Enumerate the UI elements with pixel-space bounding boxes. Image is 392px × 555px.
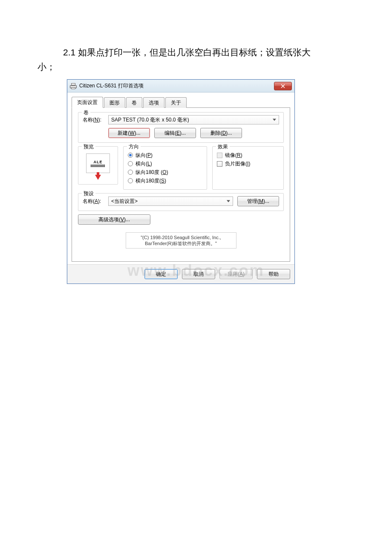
copyright-box: "(C) 1998-2010 Seagull Scientific, Inc.,…	[126, 232, 236, 249]
barcode-icon	[91, 165, 105, 167]
instruction-line2: 小；	[37, 62, 55, 72]
radio-landscape[interactable]: 横向(L)	[128, 159, 202, 168]
advanced-options-button[interactable]: 高级选项(V)...	[78, 214, 150, 225]
apply-button[interactable]: 应用(A)	[219, 269, 253, 279]
help-button[interactable]: 帮助	[257, 269, 290, 279]
close-button[interactable]	[274, 82, 292, 90]
tab-options[interactable]: 选项	[143, 97, 164, 108]
checkbox-negative[interactable]: 负片图像(I)	[217, 159, 279, 168]
down-arrow-icon	[95, 175, 101, 180]
copyright-line1: "(C) 1998-2010 Seagull Scientific, Inc.,	[129, 234, 233, 240]
chevron-down-icon	[273, 119, 276, 121]
roll-group: 卷 名称(N): SAP TEST (70.0 毫米 x 50.0 毫米) 新建…	[78, 112, 284, 143]
close-icon	[281, 84, 285, 88]
dialog-title: Citizen CL-S631 打印首选项	[79, 82, 274, 90]
cancel-label: 取消	[193, 271, 204, 278]
radio-icon	[128, 178, 133, 183]
effects-group: 效果 镜像(R) 负片图像(I)	[212, 146, 284, 190]
preset-name-label: 名称(A):	[83, 198, 108, 205]
ok-label: 确定	[156, 271, 166, 278]
tab-graphics[interactable]: 图形	[104, 97, 125, 108]
preview-legend: 预览	[82, 143, 95, 150]
new-button[interactable]: 新建(W)...	[108, 128, 150, 138]
help-label: 帮助	[268, 271, 279, 278]
tab-about[interactable]: 关于	[165, 97, 187, 108]
printer-icon	[70, 83, 77, 89]
radio-landscape-180[interactable]: 横向180度(S)	[128, 176, 202, 185]
radio-portrait[interactable]: 纵向(P)	[128, 151, 202, 159]
roll-name-select[interactable]: SAP TEST (70.0 毫米 x 50.0 毫米)	[108, 115, 279, 124]
tab-page-setup[interactable]: 页面设置	[72, 97, 103, 108]
copyright-line2: BarTender(R)标签软件的开发商。"	[129, 240, 233, 246]
roll-name-label: 名称(N):	[83, 116, 108, 124]
preset-select[interactable]: <当前设置>	[108, 197, 233, 206]
preset-value: <当前设置>	[111, 198, 138, 205]
instruction-text: 2.1 如果点打印一张，但是出几张空白再出目标纸；设置纸张大 小；	[37, 45, 361, 74]
page-setup-panel: 卷 名称(N): SAP TEST (70.0 毫米 x 50.0 毫米) 新建…	[72, 108, 290, 262]
tab-label: 选项	[149, 100, 159, 106]
preview-thumbnail: ALE	[86, 153, 110, 173]
roll-name-value: SAP TEST (70.0 毫米 x 50.0 毫米)	[111, 116, 189, 124]
roll-legend: 卷	[82, 109, 90, 116]
tab-label: 图形	[110, 100, 120, 106]
radio-icon	[128, 153, 133, 158]
radio-icon	[128, 170, 133, 175]
tab-area: 页面设置 图形 卷 选项 关于 卷 名称(N): SAP TEST (70.0 …	[67, 92, 294, 264]
preset-group: 预设 名称(A): <当前设置> 管理(M)...	[78, 193, 284, 211]
checkbox-icon	[217, 161, 222, 167]
dialog-footer: 确定 取消 应用(A) 帮助	[67, 264, 294, 283]
direction-group: 方向 纵向(P) 横向(L) 纵向180度 (O) 横向180度(S)	[123, 146, 207, 190]
titlebar: Citizen CL-S631 打印首选项	[67, 80, 294, 92]
checkbox-icon	[217, 153, 222, 158]
direction-legend: 方向	[127, 143, 141, 150]
tab-label: 关于	[171, 100, 181, 106]
delete-button[interactable]: 删除(D)...	[200, 128, 242, 138]
effects-legend: 效果	[216, 143, 230, 150]
preview-sample-text: ALE	[94, 160, 103, 164]
ok-button[interactable]: 确定	[144, 269, 178, 279]
manage-button[interactable]: 管理(M)...	[237, 196, 279, 206]
cancel-button[interactable]: 取消	[182, 269, 215, 279]
radio-portrait-180[interactable]: 纵向180度 (O)	[128, 168, 202, 176]
tab-label: 卷	[132, 100, 137, 106]
preset-legend: 预设	[82, 190, 95, 197]
tab-label: 页面设置	[77, 99, 98, 105]
radio-icon	[128, 161, 133, 166]
edit-button[interactable]: 编辑(E)...	[154, 128, 196, 138]
tab-roll[interactable]: 卷	[126, 97, 142, 108]
checkbox-mirror[interactable]: 镜像(R)	[217, 151, 279, 159]
chevron-down-icon	[227, 200, 230, 202]
tab-strip: 页面设置 图形 卷 选项 关于	[72, 97, 290, 108]
instruction-line1: 2.1 如果点打印一张，但是出几张空白再出目标纸；设置纸张大	[63, 47, 311, 57]
print-preferences-dialog: Citizen CL-S631 打印首选项 页面设置 图形 卷 选项 关于 卷 …	[67, 79, 295, 284]
preview-group: 预览 ALE	[78, 146, 118, 185]
